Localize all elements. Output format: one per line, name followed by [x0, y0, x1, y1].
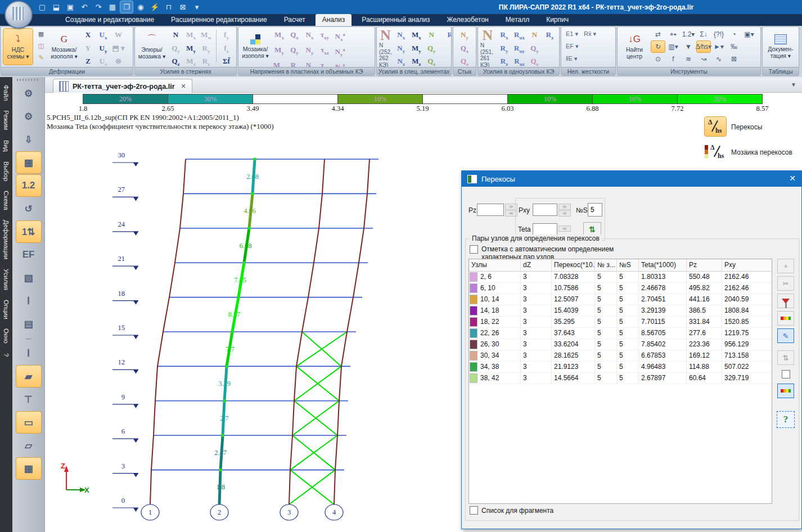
- close-document-icon[interactable]: ✕: [181, 83, 186, 90]
- table-row[interactable]: 10, 14 3 12.5097 5 5 2.70451 441.16 2040…: [469, 294, 772, 305]
- table-row[interactable]: 2, 6 3 7.08328 5 5 1.80313 550.48 2162.4…: [469, 272, 772, 283]
- document-tab[interactable]: РК-тетта_учет-эф-2го-рода.lir ✕: [53, 79, 192, 93]
- letter-command[interactable]: Y: [81, 43, 95, 56]
- find-center-button[interactable]: ↓G Найтицентр: [620, 29, 649, 65]
- colorbar2-button[interactable]: [777, 384, 794, 398]
- big-n-icon[interactable]: N: [380, 29, 391, 42]
- letter-command[interactable]: My: [184, 43, 198, 56]
- sidebar-category[interactable]: Файл: [3, 85, 10, 101]
- drift-dialog[interactable]: Перекосы ✕ Pz ≫ ≪ Рху ≫ ≪ №S Teta ≪ ⇅ Па…: [461, 170, 802, 529]
- beam-3d-icon[interactable]: ▰: [16, 366, 41, 387]
- joint-letter-grid[interactable]: NyQxQz: [458, 29, 472, 69]
- ribbon-tab[interactable]: Металл: [499, 14, 536, 26]
- plate-icon[interactable]: ▱: [16, 435, 41, 456]
- mosaic-26-icon[interactable]: ▦: [16, 152, 41, 173]
- pxy-input[interactable]: [533, 204, 557, 216]
- letter-command[interactable]: Uy: [96, 43, 110, 56]
- letter-command[interactable]: τxy: [318, 30, 332, 44]
- single-node-letter-grid[interactable]: RxRuxNRzRyRuyQyRzRuzQz: [497, 29, 557, 69]
- sidebar-category[interactable]: Окно: [3, 328, 10, 344]
- node-pairs-icon[interactable]: 1.2: [16, 175, 41, 196]
- letter-command[interactable]: Nx: [394, 30, 408, 43]
- letter-command[interactable]: Rux: [512, 30, 526, 43]
- letter-command[interactable]: fz: [219, 43, 233, 56]
- frame-pink-icon[interactable]: ◫: [35, 40, 47, 51]
- timer-icon[interactable]: ◔: [727, 29, 741, 40]
- ribbon-tab[interactable]: Расширенный анализ: [355, 14, 436, 26]
- letter-command[interactable]: Rz: [543, 30, 557, 43]
- ibeam-icon[interactable]: Ⅰ: [16, 342, 41, 364]
- letter-command[interactable]: Rx: [497, 30, 511, 43]
- solid-icon[interactable]: ▧: [16, 267, 41, 288]
- letter-command[interactable]: N: [169, 30, 183, 43]
- letter-command[interactable]: Nya: [333, 45, 347, 60]
- auto-pairs-checkbox[interactable]: [470, 245, 478, 254]
- drift-button[interactable]: Δhs: [705, 117, 726, 136]
- letter-command[interactable]: X: [81, 30, 95, 43]
- letter-command[interactable]: W: [111, 30, 125, 43]
- letter-command[interactable]: Mx: [272, 30, 286, 44]
- colorbar-button[interactable]: [777, 311, 794, 326]
- dialog-close-icon[interactable]: ✕: [789, 174, 796, 183]
- curve-icon[interactable]: ↝: [697, 53, 710, 65]
- letter-command[interactable]: Qy: [425, 43, 439, 56]
- sidebar-category[interactable]: Выбор: [3, 161, 10, 181]
- rain-icon[interactable]: ≋: [682, 53, 695, 65]
- lock2-icon[interactable]: ⊠: [727, 53, 741, 65]
- drift-mosaic-button[interactable]: Δhs: [705, 142, 726, 161]
- delete-row-button[interactable]: ✂: [777, 276, 794, 291]
- ef-stiffness-button[interactable]: EF ▾: [566, 42, 579, 52]
- letter-command[interactable]: Rz: [444, 30, 452, 43]
- new-file-icon[interactable]: ▢: [36, 1, 48, 13]
- letter-command[interactable]: Mx: [184, 30, 198, 43]
- cursor-select-icon[interactable]: ⌖▾: [666, 29, 680, 40]
- letter-command[interactable]: Ry: [199, 43, 213, 56]
- table-row[interactable]: 22, 26 3 37.643 5 5 8.56705 277.6 1219.7…: [469, 328, 772, 339]
- redo-icon[interactable]: ↷: [92, 1, 105, 13]
- table-row[interactable]: 30, 34 3 28.1625 5 5 6.67853 169.12 713.…: [469, 350, 772, 362]
- box-beam-icon[interactable]: ▭: [16, 412, 41, 433]
- letter-command[interactable]: Nx: [303, 30, 317, 44]
- table-row[interactable]: 18, 22 3 35.295 5 5 7.70115 331.84 1520.…: [469, 317, 772, 328]
- letter-command[interactable]: Ruy: [512, 43, 526, 56]
- ribbon-tab[interactable]: Кирпич: [539, 14, 575, 26]
- letter-command[interactable]: My: [409, 43, 423, 56]
- rotate-view-icon[interactable]: ↻: [651, 41, 665, 52]
- nds-schemes-button[interactable]: ⤵ НДСсхемы ▾: [3, 29, 33, 65]
- letter-command[interactable]: N: [528, 30, 542, 43]
- rx-stiffness-button[interactable]: Rx̄ ▾: [584, 29, 596, 39]
- letter-command[interactable]: Mw: [199, 30, 213, 43]
- drift-table[interactable]: Узлы dZ Перекос(*10... № з... №S Teta(*1…: [468, 259, 772, 504]
- snapshot-icon[interactable]: ◉: [134, 1, 147, 13]
- separator[interactable]: —: [16, 336, 41, 341]
- epures-mosaic-button[interactable]: ⌒ Эпюры/мозаика ▾: [137, 29, 166, 65]
- letter-command[interactable]: Qx: [458, 43, 472, 56]
- mesh-plate-icon[interactable]: ▦: [16, 458, 41, 479]
- numbering-icon[interactable]: 1.2▾: [682, 29, 695, 40]
- letter-command[interactable]: Qy: [287, 45, 301, 60]
- export-icon[interactable]: ⊓: [163, 1, 175, 13]
- bar-forces-extra-grid[interactable]: fyfzΣf̄: [219, 29, 233, 66]
- f-mosaic-icon[interactable]: f: [666, 53, 680, 65]
- sidebar-category[interactable]: Усилия: [3, 269, 10, 290]
- edit-colors-button[interactable]: ✎: [777, 328, 794, 343]
- letter-command[interactable]: fy: [219, 30, 233, 43]
- sidebar-category[interactable]: Вид: [3, 140, 10, 152]
- documentation-button[interactable]: Докумен-тация ▾: [766, 29, 795, 65]
- drift-icon[interactable]: Δ∕hs▾: [697, 41, 710, 52]
- brick-mosaic-icon[interactable]: ▤: [16, 313, 41, 335]
- table-row[interactable]: 26, 30 3 33.6204 5 5 7.85402 223.36 956.…: [469, 339, 772, 350]
- letter-command[interactable]: Ny: [458, 30, 472, 43]
- letter-command[interactable]: Qy: [528, 43, 542, 56]
- bar-forces-letter-grid[interactable]: NMxMwQyMyRyQzMzRz: [169, 29, 213, 69]
- table-row[interactable]: 6, 10 3 10.7586 5 5 2.46678 495.82 2162.…: [469, 283, 772, 294]
- rotate-icon[interactable]: ↺: [16, 198, 41, 219]
- e1-stiffness-button[interactable]: Е1 ▾: [566, 29, 578, 39]
- letter-command[interactable]: Ny: [394, 43, 408, 56]
- letter-command[interactable]: Ny: [303, 45, 317, 60]
- bracket-icon[interactable]: ⊤: [16, 389, 41, 410]
- letter-command[interactable]: Qx: [287, 30, 301, 44]
- mosaic-isofields-deform-button[interactable]: G Мозаика/изополя ▾: [49, 29, 79, 65]
- ibeam-mosaic-icon[interactable]: Ⅰ: [16, 290, 41, 312]
- pack-icon[interactable]: ▦: [106, 1, 119, 13]
